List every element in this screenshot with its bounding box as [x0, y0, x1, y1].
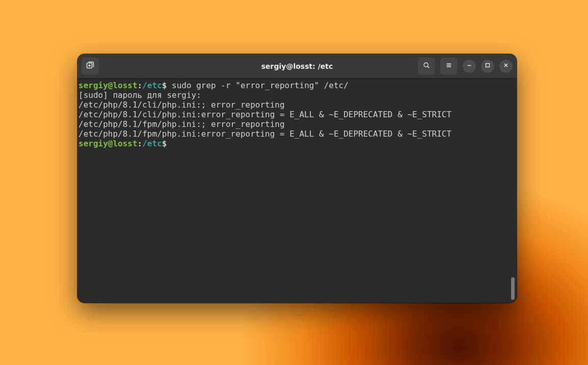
output-line: /etc/php/8.1/fpm/php.ini:error_reporting…	[78, 129, 451, 139]
output-line: /etc/php/8.1/cli/php.ini:error_reporting…	[78, 110, 451, 119]
close-button[interactable]	[499, 60, 513, 73]
menu-button[interactable]	[440, 58, 458, 75]
svg-rect-2	[486, 64, 490, 67]
prompt-user: sergiy@losst	[78, 139, 138, 148]
scrollbar-thumb[interactable]	[511, 277, 515, 300]
cursor-area[interactable]	[167, 139, 172, 148]
maximize-icon	[484, 61, 491, 71]
prompt-sigil: $	[162, 81, 167, 90]
maximize-button[interactable]	[481, 60, 494, 73]
new-tab-icon	[86, 61, 94, 71]
terminal-output: sergiy@losst:/etc$ sudo grep -r "error_r…	[78, 81, 516, 148]
command-text: sudo grep -r "error_reporting" /etc/	[167, 81, 348, 90]
close-icon	[502, 61, 510, 71]
menu-icon	[445, 61, 452, 71]
prompt-user: sergiy@losst	[78, 81, 138, 90]
search-icon	[423, 61, 430, 71]
terminal-body[interactable]: sergiy@losst:/etc$ sudo grep -r "error_r…	[77, 79, 517, 303]
prompt-sigil: $	[162, 139, 167, 148]
titlebar: sergiy@losst: /etc	[77, 54, 517, 79]
output-line: /etc/php/8.1/cli/php.ini:; error_reporti…	[78, 100, 285, 110]
minimize-icon	[466, 61, 473, 71]
prompt-separator: :	[138, 81, 143, 90]
prompt-path: /etc	[142, 139, 162, 148]
prompt-separator: :	[138, 139, 143, 148]
terminal-window: sergiy@losst: /etc	[77, 54, 517, 303]
search-button[interactable]	[418, 58, 435, 75]
new-tab-button[interactable]	[82, 58, 99, 75]
svg-point-1	[424, 63, 428, 67]
output-line: [sudo] пароль для sergiy:	[78, 90, 201, 100]
minimize-button[interactable]	[463, 60, 476, 73]
output-line: /etc/php/8.1/fpm/php.ini:; error_reporti…	[78, 119, 285, 129]
prompt-path: /etc	[142, 81, 162, 90]
